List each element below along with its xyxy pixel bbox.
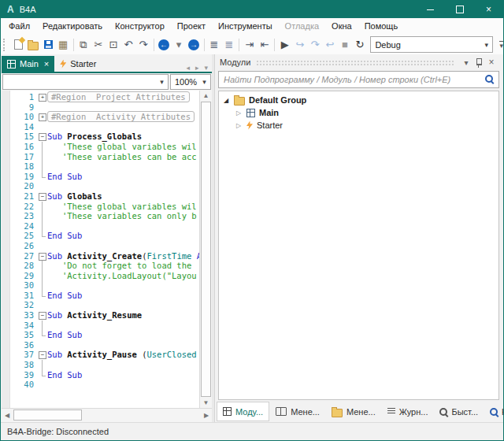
expander-closed-icon[interactable]: ▷ <box>235 122 243 129</box>
zoom-dropdown[interactable]: 100% ▾ <box>170 74 211 90</box>
tab-close-icon[interactable]: × <box>44 59 49 69</box>
vertical-scroll-thumb[interactable] <box>201 102 211 397</box>
horizontal-scroll-thumb[interactable] <box>13 410 82 421</box>
step-into-button[interactable]: ↪ <box>292 37 307 53</box>
toolbar-drag-handle[interactable] <box>3 39 9 51</box>
scroll-up-icon[interactable]: ▲ <box>201 91 211 101</box>
code-line-34[interactable]: 34 <box>10 321 199 331</box>
indent-button[interactable]: ⇥ <box>242 37 257 53</box>
toolbar-overflow-icon[interactable]: ▾ <box>499 41 503 49</box>
code-line-31[interactable]: 31End Sub <box>10 291 199 301</box>
tree-item-default-group[interactable]: ◢Default Group <box>219 94 498 106</box>
expand-icon[interactable]: + <box>39 94 46 102</box>
menu-item-1[interactable]: Редактировать <box>36 18 109 35</box>
tree-item-main[interactable]: ▷Main <box>219 106 498 119</box>
editor-tab-main[interactable]: Main× <box>2 56 54 72</box>
search-icon[interactable] <box>485 75 493 83</box>
maximize-button[interactable] <box>445 1 474 18</box>
chevron-down-icon[interactable]: ▾ <box>460 56 472 69</box>
menu-item-7[interactable]: Помощь <box>358 18 405 35</box>
new-project-button[interactable] <box>11 37 26 53</box>
copy-button[interactable]: ⧉ <box>76 37 91 53</box>
code-line-23[interactable]: 23 'These variables can only b <box>10 211 199 221</box>
panel-tab-0[interactable]: Моду... <box>217 402 269 421</box>
collapse-icon[interactable]: − <box>39 193 46 201</box>
menu-item-2[interactable]: Конструктор <box>109 18 171 35</box>
collapse-icon[interactable]: − <box>39 253 46 261</box>
panel-tab-2[interactable]: Мене... <box>326 402 381 421</box>
cut-button[interactable]: ✂ <box>91 37 106 53</box>
code-line-36[interactable]: 36 <box>10 340 199 350</box>
undo-button[interactable]: ↶ <box>121 37 136 53</box>
uncomment-button[interactable]: ≣ <box>221 37 236 53</box>
code-line-40[interactable]: 40 <box>10 380 199 390</box>
editor-horizontal-scrollbar[interactable]: ◀ ▶ <box>2 408 212 422</box>
code-line-29[interactable]: 29 'Activity.LoadLayout("Layou <box>10 271 199 281</box>
code-line-32[interactable]: 32 <box>10 300 199 310</box>
code-line-22[interactable]: 22 'These global variables wil <box>10 202 199 212</box>
menu-item-6[interactable]: Окна <box>325 18 358 35</box>
comment-button[interactable]: ≣ <box>206 37 221 53</box>
step-over-button[interactable]: ↷ <box>307 37 322 53</box>
code-line-25[interactable]: 25End Sub <box>10 231 199 241</box>
code-line-19[interactable]: 19End Sub <box>10 172 199 182</box>
expander-open-icon[interactable]: ◢ <box>222 97 230 104</box>
code-line-17[interactable]: 17 'These variables can be acc <box>10 152 199 162</box>
pin-icon[interactable] <box>472 56 485 69</box>
export-button[interactable]: ▦ <box>56 37 71 53</box>
fold-gutter[interactable]: − <box>38 251 47 261</box>
code-line-35[interactable]: 35End Sub <box>10 330 199 340</box>
code-line-30[interactable]: 30 <box>10 280 199 291</box>
code-line-16[interactable]: 16 'These global variables wil <box>10 142 199 152</box>
build-mode-dropdown[interactable]: Debug▾ <box>370 36 493 53</box>
collapse-icon[interactable]: − <box>39 133 46 141</box>
panel-close-icon[interactable]: × <box>485 56 498 69</box>
panel-tab-4[interactable]: Быст... <box>434 402 484 421</box>
stop-button[interactable]: ■ <box>337 37 352 53</box>
scroll-right-icon[interactable]: ▶ <box>201 410 212 421</box>
menu-item-4[interactable]: Инструменты <box>212 18 279 35</box>
fold-gutter[interactable]: − <box>38 191 47 202</box>
fold-gutter[interactable]: + <box>38 92 47 102</box>
code-line-37[interactable]: 37−Sub Activity_Pause (UserClosed . <box>10 350 199 360</box>
scroll-down-icon[interactable]: ▼ <box>201 398 211 408</box>
code-line-33[interactable]: 33−Sub Activity_Resume <box>10 310 199 321</box>
code-line-20[interactable]: 20 <box>10 181 199 191</box>
code-line-21[interactable]: 21−Sub Globals <box>10 191 199 202</box>
outdent-button[interactable]: ⇤ <box>257 37 272 53</box>
code-line-18[interactable]: 18 <box>10 161 199 172</box>
code-line-38[interactable]: 38 <box>10 360 199 370</box>
panel-tab-3[interactable]: Журн... <box>382 402 434 421</box>
panel-tab-5[interactable]: Найт... <box>484 402 504 421</box>
breakpoint-gutter[interactable] <box>2 91 10 408</box>
navigate-forward-button[interactable]: → <box>187 37 202 53</box>
tab-scroll-right-icon[interactable]: ▸ <box>195 64 199 72</box>
code-line-27[interactable]: 27−Sub Activity_Create(FirstTime A <box>10 251 199 261</box>
code-line-15[interactable]: 15−Sub Process_Globals <box>10 132 199 142</box>
code-line-39[interactable]: 39End Sub <box>10 370 199 380</box>
module-search-input[interactable] <box>218 71 499 88</box>
collapse-icon[interactable]: − <box>39 351 46 359</box>
rebuild-button[interactable]: ↻ <box>352 37 367 53</box>
code-line-28[interactable]: 28 'Do not forget to load the <box>10 261 199 271</box>
menu-item-3[interactable]: Проект <box>171 18 212 35</box>
panel-tab-1[interactable]: Мене... <box>270 402 325 421</box>
expander-closed-icon[interactable]: ▷ <box>235 109 243 117</box>
tree-item-starter[interactable]: ▷Starter <box>219 119 498 132</box>
code-editor[interactable]: 1+#Region Project Attributes910+#Region … <box>2 91 212 408</box>
open-project-button[interactable] <box>26 37 41 53</box>
back-history-caret-button[interactable]: ▾ <box>172 37 187 53</box>
scroll-left-icon[interactable]: ◀ <box>2 410 13 421</box>
fold-gutter[interactable]: − <box>38 310 47 321</box>
tab-scroll-left-icon[interactable]: ◂ <box>186 64 190 72</box>
code-line-14[interactable]: 14 <box>10 122 199 132</box>
editor-vertical-scrollbar[interactable]: ▲ ▼ <box>199 91 212 408</box>
run-button[interactable]: ▶ <box>277 37 292 53</box>
fold-gutter[interactable]: − <box>38 132 47 142</box>
collapse-icon[interactable]: − <box>39 312 46 320</box>
code-line-24[interactable]: 24 <box>10 221 199 232</box>
code-line-10[interactable]: 10+#Region Activity Attributes <box>10 112 199 122</box>
member-navigator-dropdown[interactable]: ▾ <box>2 74 169 90</box>
close-button[interactable]: × <box>474 1 503 18</box>
code-line-26[interactable]: 26 <box>10 241 199 251</box>
